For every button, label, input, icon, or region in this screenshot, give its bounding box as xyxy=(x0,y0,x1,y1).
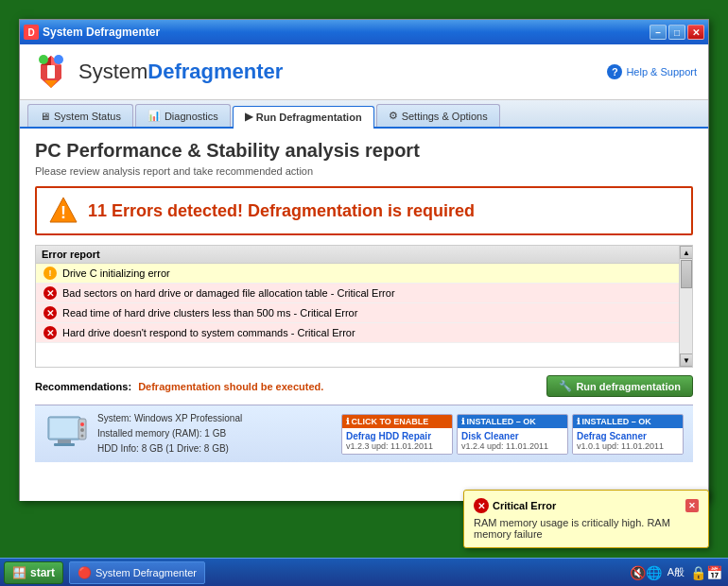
product-card-3[interactable]: ℹ INSTALLED – OK Defrag Scanner v1.0.1 u… xyxy=(572,414,684,455)
help-link[interactable]: ? Help & Support xyxy=(607,64,697,79)
tray-extras: 🔒📅 xyxy=(690,565,722,580)
card-2-version: v1.2.4 upd: 11.01.2011 xyxy=(461,441,563,451)
error-text-1: Drive C initializing error xyxy=(62,267,170,279)
logo-icon xyxy=(31,52,71,92)
svg-point-8 xyxy=(39,55,48,64)
product-card-1[interactable]: ℹ CLICK TO ENABLE Defrag HDD Repair v1.2… xyxy=(341,414,453,455)
titlebar: D System Defragmenter – □ ✕ xyxy=(20,20,708,44)
error-item-2: ✕ Bad sectors on hard drive or damaged f… xyxy=(36,284,692,303)
app-logo: SystemDefragmenter xyxy=(31,52,283,92)
svg-point-17 xyxy=(80,428,84,432)
start-label: start xyxy=(30,566,55,579)
taskbar-app-item[interactable]: 🔴 System Defragmenter xyxy=(69,561,205,584)
svg-rect-14 xyxy=(54,443,75,446)
tab-system-status[interactable]: 🖥 System Status xyxy=(27,104,133,127)
card-3-header-icon: ℹ xyxy=(577,417,582,426)
tab-diagnostics-icon: 📊 xyxy=(147,110,161,122)
critical-icon-2: ✕ xyxy=(43,286,57,300)
card-3-header: ℹ INSTALLED – OK xyxy=(573,415,683,428)
card-3-name: Defrag Scanner xyxy=(577,431,679,441)
tab-settings[interactable]: ⚙ Settings & Options xyxy=(376,104,500,127)
error-text-2: Bad sectors on hard drive or damaged fil… xyxy=(62,287,395,299)
notification-header: ✕ Critical Error ✕ xyxy=(474,498,699,513)
taskbar-item-icon: 🔴 xyxy=(78,566,92,579)
critical-icon-4: ✕ xyxy=(43,326,57,339)
warning-triangle-icon: ! xyxy=(48,196,78,226)
card-2-body: Disk Cleaner v1.2.4 upd: 11.01.2011 xyxy=(458,428,567,454)
help-icon: ? xyxy=(607,64,622,79)
titlebar-controls: – □ ✕ xyxy=(650,25,704,40)
critical-icon-3: ✕ xyxy=(43,306,57,319)
card-2-header-icon: ℹ xyxy=(461,417,467,426)
error-report-container: Error report ! Drive C initializing erro… xyxy=(35,245,693,368)
tab-run-icon: ▶ xyxy=(245,111,252,123)
svg-text:D: D xyxy=(27,27,34,38)
tab-diagnostics[interactable]: 📊 Diagnostics xyxy=(135,104,231,127)
notification-title: ✕ Critical Error xyxy=(474,498,556,513)
taskbar-item-label: System Defragmenter xyxy=(95,567,197,578)
tab-system-status-icon: 🖥 xyxy=(40,111,50,122)
scroll-thumb[interactable] xyxy=(681,260,692,288)
app-title-bold: Defragmenter xyxy=(147,60,283,83)
error-banner: ! 11 Errors detected! Defragmentation is… xyxy=(35,186,693,235)
product-cards: ℹ CLICK TO ENABLE Defrag HDD Repair v1.2… xyxy=(341,414,684,455)
taskbar: 🪟 start 🔴 System Defragmenter 🔇🌐 A般 🔒📅 xyxy=(0,558,728,586)
card-1-name: Defrag HDD Repair xyxy=(346,431,448,441)
app-title: SystemDefragmenter xyxy=(78,60,283,84)
card-2-header: ℹ INSTALLED – OK xyxy=(458,415,567,428)
card-1-header: ℹ CLICK TO ENABLE xyxy=(342,415,452,428)
svg-rect-5 xyxy=(47,65,55,78)
scrollbar[interactable]: ▲ ▼ xyxy=(679,246,692,367)
titlebar-icon: D xyxy=(24,25,39,40)
svg-rect-12 xyxy=(50,419,78,438)
svg-text:!: ! xyxy=(61,203,66,222)
tab-settings-label: Settings & Options xyxy=(402,111,488,122)
error-text-4: Hard drive doesn't respond to system com… xyxy=(62,327,355,338)
sys-info-line-2: Installed memory (RAM): 1 GB xyxy=(97,426,242,441)
sys-info-line-1: System: Windows XP Professional xyxy=(97,411,242,426)
scroll-track xyxy=(680,259,692,353)
run-defragmentation-button[interactable]: 🔧 Run defragmentation xyxy=(546,375,693,397)
recommendations-text: Recommendations: Defragmentation should … xyxy=(35,381,323,392)
start-icon: 🪟 xyxy=(12,566,26,579)
card-1-body: Defrag HDD Repair v1.2.3 upd: 11.01.2011 xyxy=(342,428,452,454)
maximize-button[interactable]: □ xyxy=(668,25,685,40)
tab-bar: 🖥 System Status 📊 Diagnostics ▶ Run Defr… xyxy=(20,100,708,129)
notification-close-button[interactable]: ✕ xyxy=(685,499,699,512)
run-btn-icon: 🔧 xyxy=(559,380,572,392)
error-item-3: ✕ Read time of hard drive clusters less … xyxy=(36,303,692,323)
tray-icons: 🔇🌐 xyxy=(630,565,662,580)
start-button[interactable]: 🪟 start xyxy=(4,561,63,584)
main-window: D System Defragmenter – □ ✕ SystemDefrag… xyxy=(19,19,709,501)
scroll-up-button[interactable]: ▲ xyxy=(680,246,693,259)
error-item-1: ! Drive C initializing error xyxy=(36,264,692,284)
tray-lang: A般 xyxy=(667,565,685,579)
tab-system-status-label: System Status xyxy=(54,111,121,122)
svg-rect-13 xyxy=(58,440,71,443)
close-button[interactable]: ✕ xyxy=(687,25,704,40)
svg-marker-6 xyxy=(44,80,58,88)
notification-error-icon: ✕ xyxy=(474,498,489,513)
tab-settings-icon: ⚙ xyxy=(389,110,398,122)
titlebar-title: System Defragmenter xyxy=(43,26,160,39)
svg-point-18 xyxy=(81,435,84,438)
recommendations-bar: Recommendations: Defragmentation should … xyxy=(35,375,693,397)
card-3-body: Defrag Scanner v1.0.1 upd: 11.01.2011 xyxy=(573,428,683,454)
svg-point-7 xyxy=(54,55,63,64)
scroll-down-button[interactable]: ▼ xyxy=(680,353,693,367)
sys-info-line-3: HDD Info: 8 GB (1 Drive: 8 GB) xyxy=(97,441,242,457)
app-title-plain: System xyxy=(78,60,147,83)
card-1-header-icon: ℹ xyxy=(346,417,352,426)
main-content: PC Performance & Stability analysis repo… xyxy=(20,129,708,501)
page-subtitle: Please review analysis report and take r… xyxy=(35,165,693,177)
minimize-button[interactable]: – xyxy=(650,25,667,40)
notification-title-text: Critical Error xyxy=(493,500,556,511)
product-card-2[interactable]: ℹ INSTALLED – OK Disk Cleaner v1.2.4 upd… xyxy=(457,414,568,455)
warning-icon-1: ! xyxy=(43,267,57,280)
card-3-version: v1.0.1 upd: 11.01.2011 xyxy=(577,441,679,451)
tab-run-defragmentation[interactable]: ▶ Run Defragmentation xyxy=(233,106,374,129)
card-1-version: v1.2.3 upd: 11.01.2011 xyxy=(346,441,448,451)
tab-diagnostics-label: Diagnostics xyxy=(165,111,218,122)
rec-label: Recommendations: xyxy=(35,381,131,392)
rec-link[interactable]: Defragmentation should be executed. xyxy=(138,381,323,392)
